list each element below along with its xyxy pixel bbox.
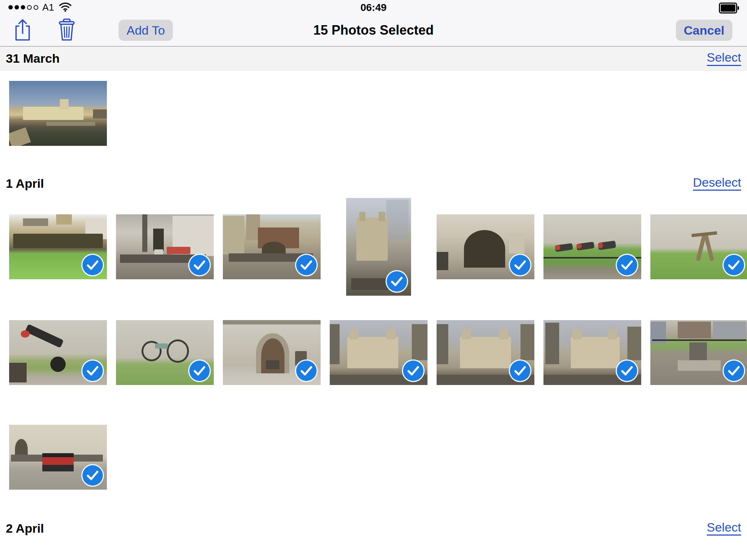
photo-detail [437,252,448,270]
photo-cell [9,81,107,146]
clock: 06:49 [360,2,387,13]
cancel-button[interactable]: Cancel [676,20,733,41]
delete-button[interactable] [58,19,75,42]
photo-thumbnail-abbey-cloister[interactable] [9,214,107,279]
photo-row [0,425,747,490]
battery-full-icon [719,3,739,13]
wifi-icon [59,2,71,13]
photos-selection-screen: A1 06:49 [0,0,747,560]
section-header-2-april: 2 AprilSelect [0,516,747,540]
photo-detail [266,360,280,369]
selected-checkmark-badge [402,359,425,382]
photo-detail [167,247,190,254]
photo-detail [379,212,385,222]
selection-toolbar: Add To 15 Photos Selected Cancel [0,15,747,47]
selected-checkmark-badge [295,254,318,276]
photo-thumbnail-tower-with-tree[interactable] [346,198,411,296]
add-to-button[interactable]: Add To [119,20,173,41]
photo-thumbnail-field-gun[interactable] [116,320,214,385]
photo-thumbnail-big-cannon[interactable] [9,320,107,385]
selected-checkmark-badge [616,359,638,382]
selected-checkmark-badge [295,359,318,382]
photo-detail [155,343,168,349]
photo-cell [223,214,321,279]
photo-detail [223,320,321,324]
photo-thumbnail-statue-square[interactable] [116,214,214,279]
section-select-link[interactable]: Select [707,51,742,66]
selected-checkmark-badge [81,254,104,276]
photo-detail [573,329,581,339]
photo-detail [652,339,746,341]
photo-detail [60,99,69,109]
photo-detail [437,324,448,364]
photo-detail [25,324,64,348]
photo-detail [577,244,581,249]
photo-detail [386,200,409,239]
section-header-1-april: 1 AprilDeselect [0,171,747,195]
signal-dot-icon [8,5,13,9]
trash-icon [58,37,75,42]
section-select-link[interactable]: Select [707,521,742,536]
photo-cell [437,214,534,279]
section-date: 2 April [6,521,44,536]
photo-detail [56,214,72,225]
photo-detail [21,330,30,338]
photo-thumbnail-white-tower-1[interactable] [330,320,427,385]
photo-detail [460,337,511,368]
photo-detail [349,329,358,339]
photo-detail [23,107,84,120]
photo-cell [650,214,747,279]
photo-detail [627,327,641,361]
section-date: 31 March [6,51,59,66]
photo-thumbnail-white-tower-2[interactable] [437,320,534,385]
photo-detail [555,245,560,250]
section-header-31-march: 31 MarchSelect [0,47,747,71]
photo-detail [386,329,395,339]
photo-thumbnail-palace-lake[interactable] [9,81,107,146]
photo-detail [359,212,366,222]
share-button[interactable] [14,18,31,43]
photo-detail [545,323,559,364]
photo-detail [412,324,427,361]
cellular-signal: A1 [8,0,71,15]
photo-thumbnail-castle-street[interactable] [223,214,321,279]
photo-row [0,81,747,146]
photo-detail [598,242,603,248]
photo-thumbnail-gate-arch[interactable] [223,320,321,385]
photo-cell [116,214,214,279]
photo-cell [9,214,107,279]
photo-detail [142,214,147,252]
photo-thumbnail-dark-archway[interactable] [437,214,534,279]
photo-detail [9,363,27,382]
selected-checkmark-badge [188,254,211,276]
photo-detail [499,329,508,339]
photo-cell [330,198,427,296]
photo-thumbnail-scaffold-memorial[interactable] [650,320,747,385]
photo-cell [437,320,534,385]
section-deselect-link[interactable]: Deselect [693,176,741,191]
photo-detail [42,457,74,466]
carrier-label: A1 [42,2,54,13]
photo-detail [678,360,721,370]
photo-cell [330,320,427,385]
photo-detail [42,465,74,471]
photo-detail [464,230,505,268]
photo-detail [689,342,707,362]
photo-thumbnail-cannon-row[interactable] [543,214,641,279]
photo-detail [347,337,398,368]
photo-detail [704,234,714,261]
photo-detail [509,234,525,253]
photo-cell [9,320,107,385]
photo-cell [223,320,321,385]
photo-detail [223,216,244,255]
photo-thumbnail-guards-marching[interactable] [9,425,107,490]
photo-grid: 31 MarchSelect1 AprilDeselect2 AprilSele… [0,47,747,540]
status-bar: A1 06:49 [0,0,747,15]
photo-thumbnail-white-tower-3[interactable] [543,320,641,385]
photo-detail [50,357,66,372]
selected-checkmark-badge [509,254,531,276]
photo-thumbnail-wooden-trestle[interactable] [650,214,747,279]
selected-checkmark-badge [386,270,408,293]
photo-detail [9,127,31,146]
photo-detail [330,324,340,364]
